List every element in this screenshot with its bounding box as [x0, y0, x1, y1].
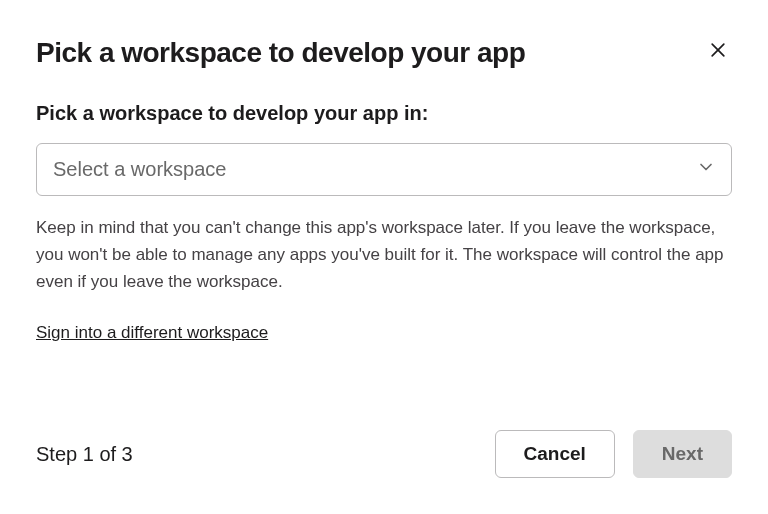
next-button[interactable]: Next [633, 430, 732, 478]
modal-title: Pick a workspace to develop your app [36, 36, 525, 70]
close-icon [708, 40, 728, 63]
modal-header: Pick a workspace to develop your app [36, 36, 732, 70]
help-text: Keep in mind that you can't change this … [36, 214, 732, 296]
close-button[interactable] [704, 36, 732, 67]
step-indicator: Step 1 of 3 [36, 443, 133, 466]
footer-buttons: Cancel Next [495, 430, 733, 478]
modal-footer: Step 1 of 3 Cancel Next [36, 430, 732, 478]
workspace-select-wrapper: Select a workspace [36, 143, 732, 196]
workspace-picker-modal: Pick a workspace to develop your app Pic… [0, 0, 768, 514]
cancel-button[interactable]: Cancel [495, 430, 615, 478]
signin-different-workspace-link[interactable]: Sign into a different workspace [36, 323, 732, 343]
workspace-select[interactable]: Select a workspace [36, 143, 732, 196]
workspace-field-label: Pick a workspace to develop your app in: [36, 102, 732, 125]
